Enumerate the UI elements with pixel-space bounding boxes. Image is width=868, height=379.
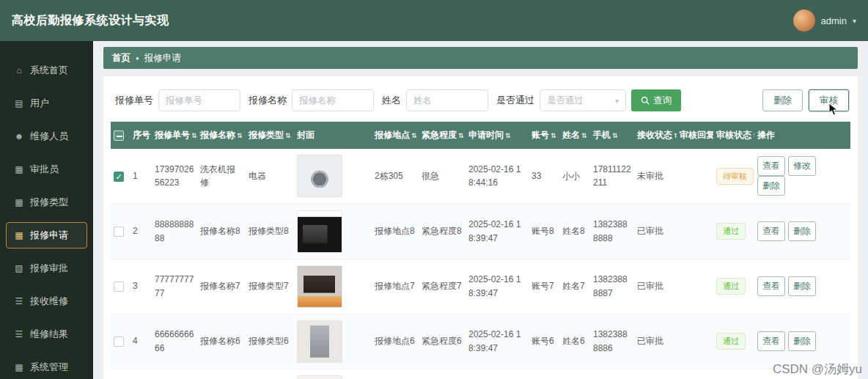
- cell-name: 姓名6: [559, 314, 590, 369]
- name-label: 姓名: [382, 94, 401, 107]
- column-header[interactable]: 操作: [754, 122, 850, 149]
- sort-icon[interactable]: ⇅: [612, 132, 618, 139]
- cell-location: 报修地点6: [372, 314, 419, 369]
- cell-urgency: 很急: [419, 149, 466, 204]
- sidebar-item-home[interactable]: ⌂ 系统首页: [6, 57, 87, 84]
- app-window: 高校后勤报修系统设计与实现 admin ▾ ⌂ 系统首页 ▤ 用户 ☻ 维修人员…: [0, 0, 868, 379]
- cell-index: 5: [130, 369, 152, 379]
- sort-icon[interactable]: ⇅: [505, 132, 511, 139]
- cell-account: 账号6: [529, 314, 559, 369]
- select-all-checkbox[interactable]: [114, 130, 124, 141]
- column-header[interactable]: 报修单号⇅: [152, 122, 197, 149]
- column-header[interactable]: 报修名称⇅: [197, 122, 246, 149]
- user-menu[interactable]: admin ▾: [793, 10, 856, 32]
- sidebar-item-repair-requests[interactable]: ▦ 报修申请: [6, 222, 87, 249]
- filter-bar: 报修单号 报修名称 姓名 是否通过 是否通过 ▾ 查询: [111, 84, 850, 122]
- cell-apply-time: 2025-02-16 18:39:47: [466, 314, 529, 369]
- column-header[interactable]: 审核回复⇅: [677, 122, 713, 149]
- search-icon: [641, 96, 650, 105]
- cell-receive-status: 未审批: [634, 149, 677, 204]
- column-header[interactable]: 审核状态⇅: [713, 122, 754, 149]
- column-header[interactable]: 紧急程度⇅: [419, 122, 466, 149]
- cell-receive-status: 已审批: [634, 204, 677, 259]
- view-button[interactable]: 查看: [757, 276, 785, 296]
- sidebar-item-repair-results[interactable]: ☰ 维修结果: [6, 321, 87, 347]
- column-header[interactable]: 报修地点⇅: [372, 122, 419, 149]
- delete-button[interactable]: 删除: [788, 331, 816, 351]
- sort-icon[interactable]: ⇅: [285, 132, 291, 139]
- view-button[interactable]: 查看: [757, 221, 785, 241]
- repair-name-label: 报修名称: [249, 94, 287, 107]
- cell-name: 姓名7: [559, 259, 590, 314]
- edit-button[interactable]: 修改: [788, 156, 816, 176]
- column-header[interactable]: 序号⇅: [130, 122, 152, 149]
- search-button[interactable]: 查询: [631, 89, 681, 111]
- row-checkbox[interactable]: [114, 172, 124, 182]
- sort-icon[interactable]: ⇅: [411, 132, 417, 139]
- cell-account: 账号8: [529, 204, 559, 259]
- cell-account: 33: [529, 149, 559, 204]
- sidebar-menu: ⌂ 系统首页 ▤ 用户 ☻ 维修人员 ▦ 审批员 ▦ 报修类型 ▦ 报修申请 ▨…: [0, 57, 93, 379]
- cell-index: 1: [130, 149, 152, 204]
- sidebar-item-receive-repair[interactable]: ☰ 接收维修: [6, 288, 87, 314]
- repair-no-input[interactable]: [158, 89, 240, 111]
- app-title: 高校后勤报修系统设计与实现: [12, 13, 169, 29]
- system-management-icon: ▦: [13, 362, 25, 372]
- view-button[interactable]: 查看: [757, 331, 785, 351]
- column-header[interactable]: 账号⇅: [529, 122, 559, 149]
- column-header[interactable]: 申请时间⇅: [466, 122, 529, 149]
- column-header[interactable]: 手机⇅: [590, 122, 634, 149]
- column-header[interactable]: 姓名⇅: [559, 122, 590, 149]
- table-header-row: 序号⇅ 报修单号⇅ 报修名称⇅ 报修类型⇅ 封面 报修地点⇅ 紧急程度⇅ 申请时…: [111, 122, 850, 149]
- status-badge: 通过: [716, 333, 746, 350]
- sidebar-item-repair-approval[interactable]: ▨ 报修审批: [6, 255, 87, 282]
- breadcrumb: 首页 ● 报修申请: [103, 47, 858, 69]
- column-header[interactable]: 接收状态⇅: [634, 122, 677, 149]
- select-all-header: [111, 122, 130, 149]
- row-checkbox[interactable]: [114, 336, 124, 347]
- delete-button[interactable]: 删除: [757, 176, 785, 196]
- sort-icon[interactable]: ⇅: [674, 132, 677, 139]
- cell-repair-type: 电器: [246, 149, 294, 204]
- cell-urgency: 紧急程度5: [419, 369, 466, 379]
- delete-selected-button[interactable]: 删除: [762, 89, 803, 111]
- table-body: 1 1739702656223 洗衣机报修 电器 2栋305 很急 2025-0…: [111, 149, 850, 379]
- delete-button[interactable]: 删除: [788, 276, 816, 296]
- audit-button[interactable]: 审核: [809, 89, 849, 111]
- repair-name-input[interactable]: [292, 89, 374, 111]
- column-header[interactable]: 报修类型⇅: [246, 122, 294, 149]
- table-row: 2 8888888888 报修名称8 报修类型8 报修地点8 紧急程度8 202…: [111, 204, 850, 259]
- sidebar-item-repair-types[interactable]: ▦ 报修类型: [6, 189, 87, 216]
- sidebar-item-system-management[interactable]: ▦ 系统管理: [6, 354, 87, 379]
- sidebar-item-approvers[interactable]: ▦ 审批员: [6, 156, 87, 183]
- sidebar: ⌂ 系统首页 ▤ 用户 ☻ 维修人员 ▦ 审批员 ▦ 报修类型 ▦ 报修申请 ▨…: [0, 41, 93, 379]
- cell-phone: 13823888887: [590, 259, 634, 314]
- name-input[interactable]: [406, 89, 488, 111]
- cell-urgency: 紧急程度7: [419, 259, 466, 314]
- delete-button[interactable]: 删除: [788, 221, 816, 241]
- cell-repair-type: 报修类型7: [246, 259, 294, 314]
- cover-image: [297, 210, 342, 253]
- cell-repair-no: 8888888888: [152, 204, 197, 259]
- row-checkbox[interactable]: [114, 227, 124, 237]
- column-header[interactable]: 封面: [294, 122, 372, 149]
- sort-icon[interactable]: ⇅: [551, 132, 556, 139]
- sort-icon[interactable]: ⇅: [191, 132, 197, 139]
- sidebar-item-repair-staff[interactable]: ☻ 维修人员: [6, 123, 87, 150]
- cell-name: 姓名8: [559, 204, 590, 259]
- avatar[interactable]: [793, 10, 815, 32]
- cell-apply-time: 2025-02-16 18:44:16: [466, 149, 529, 204]
- repair-requests-icon: ▦: [13, 230, 25, 240]
- sidebar-item-users[interactable]: ▤ 用户: [6, 90, 87, 117]
- sort-icon[interactable]: ⇅: [237, 132, 243, 139]
- cover-image: [297, 320, 342, 363]
- pass-select[interactable]: 是否通过 ▾: [540, 89, 626, 111]
- row-checkbox[interactable]: [114, 282, 124, 292]
- sort-icon[interactable]: ⇅: [753, 132, 754, 139]
- cell-location: 报修地点7: [372, 259, 419, 314]
- cell-apply-time: 2025-02-16 18:39:47: [466, 369, 529, 379]
- sort-icon[interactable]: ⇅: [458, 132, 464, 139]
- breadcrumb-home[interactable]: 首页: [112, 52, 130, 65]
- view-button[interactable]: 查看: [757, 156, 785, 176]
- sort-icon[interactable]: ⇅: [581, 132, 587, 139]
